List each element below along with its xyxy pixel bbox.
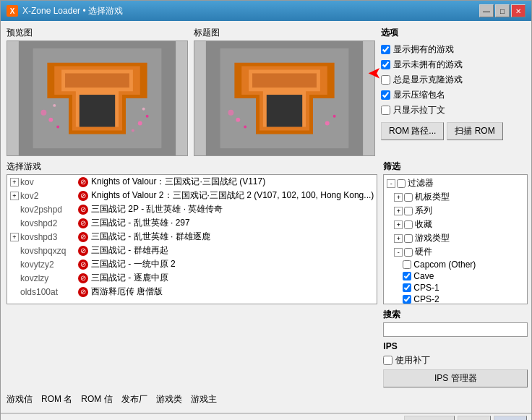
game-name-kovytzy2: 三国战记 - 一统中原 2 [91,258,176,270]
tree-game-type[interactable]: + 游戏类型 [385,231,525,245]
preview-label: 预览图 [7,27,188,39]
svg-rect-26 [252,73,317,87]
filter-tree[interactable]: - 过滤器 + 机板类型 + 系列 [383,174,528,304]
option-label-3: 显示压缩包名 [393,89,445,101]
tree-capcom-other[interactable]: Capcom (Other) [385,259,525,270]
game-item-kovzlzy[interactable]: + kovzlzy ⊘ 三国战记 - 逐鹿中原 [7,271,377,285]
expand-icon-kov[interactable]: + [10,178,19,187]
info-game: 游戏信 [7,393,33,406]
ips-manager-button[interactable]: IPS 管理器 [383,369,528,387]
main-content: 预览图 [1,21,531,413]
tree-label-capcom: Capcom (Other) [413,260,476,270]
tree-machine-type[interactable]: + 机板类型 [385,190,525,204]
rom-path-button[interactable]: ROM 路径... [381,122,444,140]
use-patch-checkbox[interactable] [383,356,392,365]
game-item-kovshpqxzq[interactable]: + kovshpqxzq ⊘ 三国战记 - 群雄再起 [7,244,377,257]
tree-cb-cave[interactable] [403,272,411,280]
game-name-kov2pshpd: 三国战记 2P - 乱世英雄 · 英雄传奇 [91,203,223,215]
game-item-kovytzy2[interactable]: + kovytzy2 ⊘ 三国战记 - 一统中原 2 [7,257,377,271]
game-item-olds100at[interactable]: + olds100at ⊘ 西游释厄传 唐僧版 [7,285,377,299]
tree-hardware[interactable]: - 硬件 [385,245,525,259]
info-rom: ROM 信 [81,393,112,406]
option-label-1: 显示未拥有的游戏 [393,59,463,71]
no-rom-icon-kovzlzy: ⊘ [78,273,88,283]
close-button[interactable]: ✕ [511,4,525,17]
minimize-button[interactable]: — [479,4,494,17]
window-title: X-Zone Loader • 选择游戏 [22,5,123,17]
cancel-button[interactable]: 取消 [458,416,491,420]
tree-cb-cps2[interactable] [403,295,411,304]
tree-expand-hw[interactable]: - [394,248,403,257]
tree-favorites[interactable]: + 收藏 [385,218,525,231]
app-icon: X [7,5,18,17]
tree-cb-machine[interactable] [404,193,413,202]
filter-label: 筛选 [383,160,528,173]
expand-icon-kovshpd3[interactable]: + [10,233,19,241]
tree-label-cps1: CPS-1 [413,283,439,293]
search-input[interactable] [383,322,528,337]
tree-cb-cps1[interactable] [403,283,411,292]
svg-point-24 [325,121,330,126]
option-checkbox-3[interactable] [381,90,390,100]
run-button[interactable]: 运行 [494,416,527,420]
tree-cps1[interactable]: CPS-1 [385,282,525,293]
tree-expand-gametype[interactable]: + [394,234,403,243]
tree-cave[interactable]: Cave [385,270,525,282]
option-row-3: 显示压缩包名 [381,89,525,101]
game-item-kov[interactable]: + kov ⊘ Knights of Valour：三国戏记·三国战纪 (V11… [7,175,377,189]
option-checkbox-4[interactable] [381,106,390,115]
tree-cb-gametype[interactable] [404,234,413,243]
expand-icon-kov2[interactable]: + [10,192,19,200]
tree-cb-hw[interactable] [404,248,413,257]
tree-cps2[interactable]: CPS-2 [385,293,525,304]
tree-expand-root[interactable]: - [387,179,395,188]
ips-label: IPS [383,341,528,351]
scan-rom-button[interactable]: 扫描 ROM [447,122,502,140]
thumbnail-image [194,40,375,156]
tree-expand-fav[interactable]: + [394,220,403,229]
no-rom-icon-kovshpqxzq: ⊘ [78,246,88,256]
game-list-container: 选择游戏 + kov ⊘ Knights of Valour：三国戏记·三国战纪… [7,160,377,387]
tree-series[interactable]: + 系列 [385,204,525,218]
option-row-4: 只显示拉丁文 [381,104,525,116]
window-controls: — □ ✕ [479,4,525,17]
tree-cb-fav[interactable] [404,220,413,229]
svg-point-23 [228,110,233,116]
option-label-0: 显示拥有的游戏 [393,43,454,56]
game-item-kov2pshpd[interactable]: + kov2pshpd ⊘ 三国战记 2P - 乱世英雄 · 英雄传奇 [7,202,377,216]
option-checkbox-0[interactable] [381,45,390,54]
svg-point-6 [48,118,53,122]
preview-section: 预览图 [7,27,375,156]
use-patch-label: 使用补丁 [395,354,430,367]
option-checkbox-1[interactable] [381,60,390,69]
no-rom-icon-kov: ⊘ [78,177,88,187]
tree-cb-root[interactable] [397,179,406,188]
game-info-button[interactable]: 游戏信息 [404,416,455,420]
tree-filter-root[interactable]: - 过滤器 [385,176,525,190]
tree-cb-capcom[interactable] [403,260,411,269]
game-item-kovshpd2[interactable]: + kovshpd2 ⊘ 三国战记 - 乱世英雄 · 297 [7,216,377,230]
game-name-olds100at: 西游释厄传 唐僧版 [91,286,163,298]
tree-cb-series[interactable] [404,207,413,215]
game-name-kovshpd3: 三国战记 - 乱世英雄 · 群雄逐鹿 [91,231,210,243]
tree-expand-series[interactable]: + [394,207,403,215]
no-rom-icon-kov2pshpd: ⊘ [78,205,88,215]
game-item-kov2[interactable]: + kov2 ⊘ Knights of Valour 2：三国戏记·三国战纪 2… [7,189,377,202]
game-item-kovshpd3[interactable]: + kovshpd3 ⊘ 三国战记 - 乱世英雄 · 群雄逐鹿 [7,230,377,244]
option-checkbox-2[interactable] [381,75,390,85]
game-list[interactable]: + kov ⊘ Knights of Valour：三国戏记·三国战纪 (V11… [7,174,377,304]
tree-expand-machine[interactable]: + [394,193,403,202]
maximize-button[interactable]: □ [495,4,510,17]
no-rom-icon-kovshpd3: ⊘ [78,232,88,242]
svg-rect-20 [267,95,302,127]
filter-section: 筛选 - 过滤器 + 机板类型 [383,160,528,304]
tree-label-hw: 硬件 [415,246,432,258]
main-window: X X-Zone Loader • 选择游戏 — □ ✕ 预览图 [0,0,532,420]
game-id-kov2pshpd: kov2pshpd [20,205,78,215]
svg-rect-5 [80,95,115,127]
tree-label-root: 过滤器 [408,177,434,189]
game-id-kov: kov [20,177,78,187]
svg-point-25 [333,115,336,118]
top-section: 预览图 [7,27,525,156]
svg-point-12 [53,104,56,107]
